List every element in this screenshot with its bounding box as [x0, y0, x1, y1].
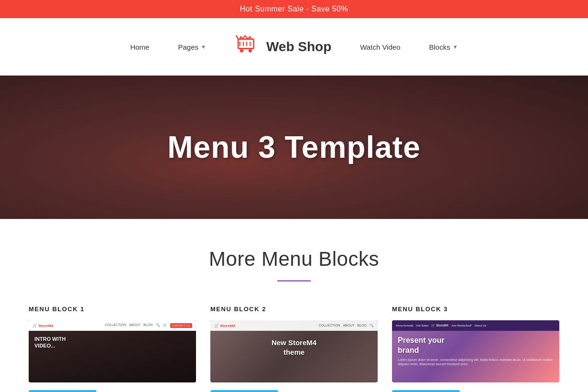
blocks-dropdown-arrow: ▼: [453, 44, 458, 50]
block-3-content: Present yourbrand Lorem ipsum dolor sit …: [392, 331, 559, 371]
block-1-navbar: 🛒 StoreM4 COLLECTION ABOUT BLOG 🔍 🛒 CONT…: [29, 320, 196, 331]
block-2-logo: 🛒 StoreM4: [214, 324, 235, 328]
block-2-navbar: 🛒 StoreM4 COLLECTION ABOUT BLOG 🔍: [210, 320, 378, 331]
block-3-navbar: Anna Armada Hot Sales 🛒 StoreM4 Just Res…: [392, 320, 559, 331]
nav-pages[interactable]: Pages ▼: [163, 38, 220, 56]
site-logo[interactable]: Web Shop: [220, 34, 346, 60]
menu-block-1: MENU BLOCK 1 🛒 StoreM4 COLLECTION ABOUT …: [29, 305, 196, 392]
block-3-body: Lorem ipsum dolor sit amet, consectetur …: [398, 358, 554, 367]
promo-banner-text: Hot Summer Sale - Save 50%: [240, 5, 348, 13]
menu-block-2: MENU BLOCK 2 🛒 StoreM4 COLLECTION ABOUT …: [210, 305, 378, 392]
live-demo-btn-1[interactable]: LIVE DEMO: [29, 390, 97, 392]
cart-icon: [235, 34, 261, 60]
block-2-nav-items: COLLECTION ABOUT BLOG 🔍: [319, 324, 374, 327]
content-section: More Menu Blocks MENU BLOCK 1 🛒 StoreM4 …: [0, 219, 588, 392]
svg-point-7: [249, 49, 252, 53]
block-1-logo: 🛒 StoreM4: [33, 324, 54, 328]
hero-title: Menu 3 Template: [167, 130, 420, 165]
menu-block-3-label: MENU BLOCK 3: [392, 305, 559, 313]
svg-rect-0: [238, 39, 253, 49]
nav-home[interactable]: Home: [116, 38, 163, 56]
menu-blocks-grid: MENU BLOCK 1 🛒 StoreM4 COLLECTION ABOUT …: [19, 305, 569, 392]
block-2-title: New StoreM4theme: [216, 338, 372, 357]
promo-banner: Hot Summer Sale - Save 50%: [0, 0, 588, 18]
hero-section: Menu 3 Template: [0, 76, 588, 219]
block-3-title: Present yourbrand: [398, 336, 554, 356]
live-demo-btn-3[interactable]: LIVE DEMO: [392, 390, 460, 392]
nav-items: Home Pages ▼ Web Shop: [116, 34, 472, 60]
nav-watch-video[interactable]: Watch Video: [346, 38, 414, 56]
menu-block-3-image: Anna Armada Hot Sales 🛒 StoreM4 Just Res…: [392, 320, 559, 382]
menu-block-3: MENU BLOCK 3 Anna Armada Hot Sales 🛒 Sto…: [392, 305, 559, 392]
svg-point-6: [240, 49, 243, 53]
section-title: More Menu Blocks: [19, 248, 569, 271]
nav-blocks[interactable]: Blocks ▼: [414, 38, 472, 56]
block-2-content: New StoreM4theme: [210, 331, 378, 364]
menu-block-1-image: 🛒 StoreM4 COLLECTION ABOUT BLOG 🔍 🛒 CONT…: [29, 320, 196, 382]
menu-block-2-image: 🛒 StoreM4 COLLECTION ABOUT BLOG 🔍 New St…: [210, 320, 378, 382]
section-divider: [277, 280, 311, 282]
navbar: Home Pages ▼ Web Shop: [0, 18, 588, 76]
block-1-content: INTRO WITHVIDEO...: [29, 331, 196, 354]
logo-text: Web Shop: [266, 39, 331, 54]
block-1-title: INTRO WITHVIDEO...: [34, 336, 190, 349]
menu-block-2-label: MENU BLOCK 2: [210, 305, 378, 313]
menu-block-1-label: MENU BLOCK 1: [29, 305, 196, 313]
live-demo-btn-2[interactable]: LIVE DEMO: [210, 390, 278, 392]
pages-dropdown-arrow: ▼: [201, 44, 206, 50]
block-1-nav-items: COLLECTION ABOUT BLOG 🔍 🛒 CONTACT US: [105, 323, 192, 328]
